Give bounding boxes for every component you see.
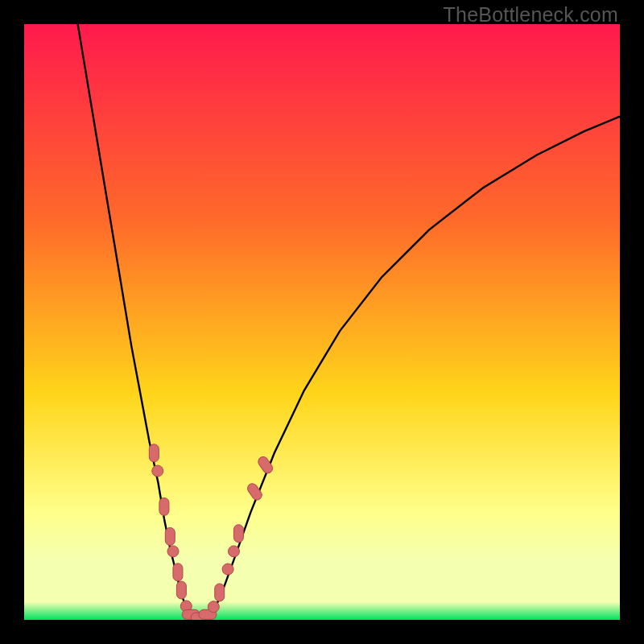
curve-marker [149, 444, 159, 462]
watermark-text: TheBottleneck.com [444, 3, 618, 27]
gradient-bg [24, 24, 620, 620]
curve-marker [233, 525, 243, 543]
curve-marker [176, 581, 186, 599]
chart-svg [24, 24, 620, 620]
curve-marker [152, 465, 163, 477]
curve-marker [228, 546, 239, 557]
curve-marker [167, 546, 179, 557]
chart-frame: TheBottleneck.com [0, 0, 644, 644]
chart-plot-area [24, 24, 620, 620]
curve-marker [165, 527, 175, 545]
curve-marker [222, 564, 233, 575]
curve-marker [173, 564, 183, 581]
curve-marker [208, 601, 219, 613]
curve-marker [159, 497, 169, 515]
curve-marker [215, 584, 225, 601]
